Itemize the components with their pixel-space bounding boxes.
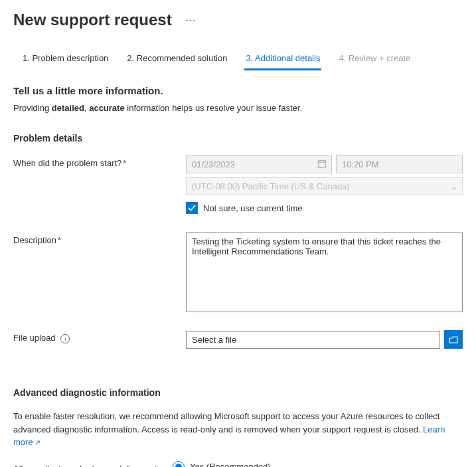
tab-additional-details[interactable]: 3. Additional details xyxy=(244,49,321,70)
info-icon[interactable]: i xyxy=(60,334,70,343)
radio-yes-label: Yes (Recommended) xyxy=(190,462,271,467)
timezone-select[interactable]: (UTC-08:00) Pacific Time (US & Canada) xyxy=(186,177,463,195)
when-label: When did the problem start?* xyxy=(13,155,186,168)
tab-recommended-solution[interactable]: 2. Recommended solution xyxy=(125,49,228,70)
problem-details-heading: Problem details xyxy=(13,133,463,143)
description-label: Description* xyxy=(13,233,186,245)
more-options-icon[interactable]: ⋯ xyxy=(183,11,198,29)
radio-yes[interactable] xyxy=(173,461,185,468)
external-link-icon: ↗ xyxy=(35,438,40,446)
file-select-input[interactable]: Select a file xyxy=(186,331,440,349)
radio-option-yes[interactable]: Yes (Recommended) xyxy=(173,461,463,468)
file-upload-label: File upload i xyxy=(13,330,186,343)
file-browse-button[interactable] xyxy=(444,330,463,349)
wizard-tabs: 1. Problem description 2. Recommended so… xyxy=(13,49,463,70)
date-input[interactable] xyxy=(186,155,332,173)
intro-title: Tell us a little more information. xyxy=(13,85,463,96)
intro-text: Providing detailed, accurate information… xyxy=(13,103,463,113)
page-title: New support request xyxy=(13,11,172,29)
tab-problem-description[interactable]: 1. Problem description xyxy=(21,49,110,70)
allow-collection-label: Allow collection of advanced diagnostic … xyxy=(13,461,173,468)
time-input[interactable] xyxy=(336,155,463,173)
not-sure-label: Not sure, use current time xyxy=(203,203,303,213)
diagnostic-heading: Advanced diagnostic information xyxy=(13,387,463,398)
not-sure-checkbox[interactable] xyxy=(186,202,198,214)
tab-review-create: 4. Review + create xyxy=(337,49,412,70)
description-textarea[interactable]: Testing the Ticketing system to ensure t… xyxy=(186,233,463,312)
diagnostic-description: To enable faster resolution, we recommen… xyxy=(13,410,463,449)
